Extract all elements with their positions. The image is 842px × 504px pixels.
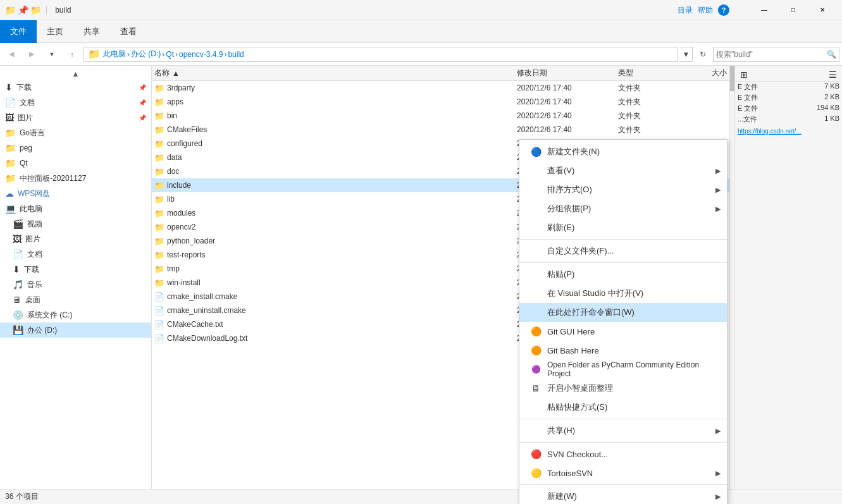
sidebar-item-control-panel[interactable]: 📁 中控面板-20201127 <box>0 171 151 186</box>
ctx-paste-shortcut[interactable]: 粘贴快捷方式(S) <box>519 398 727 417</box>
ctx-group[interactable]: 分组依据(P) ▶ <box>519 199 727 218</box>
sidebar-item-videos[interactable]: 🎬 视频 <box>0 216 151 231</box>
sidebar-item-pics[interactable]: 🖼 图片 <box>0 231 151 247</box>
ctx-customize-folder[interactable]: 自定义文件夹(F)... <box>519 242 727 261</box>
dl-icon: ⬇ <box>13 264 20 274</box>
header-date[interactable]: 修改日期 <box>517 68 618 78</box>
directory-link[interactable]: 目录 <box>678 5 693 16</box>
sidebar-item-desktop[interactable]: 🖥 桌面 <box>0 292 151 307</box>
d-drive-icon: 💾 <box>13 325 23 335</box>
ctx-view[interactable]: 查看(V) ▶ <box>519 161 727 180</box>
sidebar-scroll-up[interactable]: ▲ <box>0 68 151 80</box>
folder-icon[interactable]: 📁 <box>30 5 40 15</box>
right-panel-view-icons[interactable]: ⊞ <box>740 70 748 80</box>
header-type[interactable]: 类型 <box>618 68 681 78</box>
ctx-tortoise-svn[interactable]: 🟡 TortoiseSVN ▶ <box>519 464 727 482</box>
file-name-cmake-install: cmake_install.cmake <box>167 292 517 301</box>
ctx-new[interactable]: 新建(W) ▶ <box>519 487 727 504</box>
ctx-new-folder[interactable]: 🔵 新建文件夹(N) <box>519 142 727 161</box>
sidebar-item-d-drive[interactable]: 💾 办公 (D:) <box>0 323 151 338</box>
ctx-svn-checkout[interactable]: 🔴 SVN Checkout... <box>519 445 727 464</box>
ctx-divider <box>519 239 727 240</box>
git-gui-icon: 🟠 <box>529 325 542 338</box>
ctx-git-gui[interactable]: 🟠 Git GUI Here <box>519 322 727 341</box>
ctx-paste[interactable]: 粘贴(P) <box>519 265 727 284</box>
ctx-sort[interactable]: 排序方式(O) ▶ <box>519 180 727 199</box>
folder-icon-bin: 📁 <box>154 111 164 121</box>
file-name-tmp: tmp <box>167 264 517 273</box>
recent-button[interactable]: ▼ <box>43 46 61 63</box>
sidebar-item-golang[interactable]: 📁 Go语言 <box>0 125 151 140</box>
right-panel-file4-size: 1 KB <box>824 114 839 124</box>
sidebar-item-downloads[interactable]: ⬇ 下载 📌 <box>0 80 151 95</box>
path-build[interactable]: build <box>228 50 244 59</box>
search-icon[interactable]: 🔍 <box>827 50 836 59</box>
help-link[interactable]: 帮助 <box>698 5 713 16</box>
up-button[interactable]: ↑ <box>63 46 81 63</box>
path-qt[interactable]: Qt <box>166 50 174 59</box>
path-opencv[interactable]: opencv-3.4.9 <box>179 50 223 59</box>
quick-access-icon[interactable]: 📁 <box>5 5 15 15</box>
file-row[interactable]: 📁 3rdparty 2020/12/6 17:40 文件夹 <box>152 81 734 95</box>
header-name[interactable]: 名称 ▲ <box>154 68 517 78</box>
menu-share[interactable]: 共享 <box>73 20 110 43</box>
file-row[interactable]: 📁 bin 2020/12/6 17:40 文件夹 <box>152 109 734 123</box>
ctx-open-vs[interactable]: 在 Visual Studio 中打开(V) <box>519 284 727 303</box>
sidebar-item-wps[interactable]: ☁ WPS网盘 <box>0 186 151 201</box>
sidebar-item-this-pc[interactable]: 💻 此电脑 <box>0 201 151 216</box>
file-name-cmake-uninstall: cmake_uninstall.cmake <box>167 306 517 315</box>
sidebar-label-wps: WPS网盘 <box>18 188 50 199</box>
menu-home[interactable]: 主页 <box>37 20 73 43</box>
sidebar-item-music[interactable]: 🎵 音乐 <box>0 277 151 292</box>
sidebar-label-c-drive: 系统文件 (C:) <box>27 310 72 321</box>
help-button[interactable]: ? <box>718 4 729 16</box>
sidebar-label-documents: 文档 <box>20 97 35 108</box>
sidebar-label-pics: 图片 <box>25 234 40 245</box>
sidebar-item-peg[interactable]: 📁 peg <box>0 140 151 156</box>
close-button[interactable]: ✕ <box>808 0 837 20</box>
ctx-refresh[interactable]: 刷新(E) <box>519 218 727 237</box>
menu-file[interactable]: 文件 <box>0 20 37 43</box>
back-button[interactable]: ◀ <box>3 46 20 63</box>
title-bar: 📁 📌 📁 | build 目录 帮助 ? — □ ✕ <box>0 0 842 20</box>
file-row[interactable]: 📁 apps 2020/12/6 17:40 文件夹 <box>152 95 734 109</box>
header-name-label: 名称 <box>154 68 170 78</box>
svn-checkout-icon: 🔴 <box>529 448 542 460</box>
xiaozhi-icon: 🖥 <box>529 382 542 395</box>
minimize-button[interactable]: — <box>750 0 779 20</box>
address-dropdown[interactable]: ▼ <box>680 47 693 62</box>
ctx-xiaozhi[interactable]: 🖥 开启小智桌面整理 <box>519 379 727 398</box>
sidebar-item-docs[interactable]: 📄 文档 <box>0 247 151 262</box>
path-this-pc[interactable]: 此电脑 <box>103 49 126 59</box>
sidebar-item-documents[interactable]: 📄 文档 📌 <box>0 95 151 110</box>
sort-arrow: ▲ <box>172 69 180 78</box>
file-row[interactable]: 📁 CMakeFiles 2020/12/6 17:40 文件夹 <box>152 123 734 137</box>
this-pc-icon: 💻 <box>5 204 16 214</box>
address-path[interactable]: 📁 此电脑 › 办公 (D:) › Qt › opencv-3.4.9 › bu… <box>84 47 678 62</box>
file-name-cmakecache: CMakeCache.txt <box>167 320 517 329</box>
sidebar-item-c-drive[interactable]: 💿 系统文件 (C:) <box>0 307 151 323</box>
sidebar-label-desktop: 桌面 <box>25 295 40 305</box>
ctx-open-cmd[interactable]: 在此处打开命令窗口(W) <box>519 303 727 322</box>
folder-icon-test: 📁 <box>154 250 164 260</box>
menu-view[interactable]: 查看 <box>110 20 147 43</box>
right-panel-list-icon[interactable]: ☰ <box>829 70 837 80</box>
forward-button[interactable]: ▶ <box>23 46 40 63</box>
panel-link[interactable]: https://blog.csdn.net/... <box>738 128 802 135</box>
search-input[interactable] <box>716 50 827 59</box>
sidebar-item-dl[interactable]: ⬇ 下载 <box>0 262 151 277</box>
sidebar-item-qt[interactable]: 📁 Qt <box>0 156 151 171</box>
peg-folder-icon: 📁 <box>5 143 16 153</box>
sidebar-item-pictures[interactable]: 🖼 图片 📌 <box>0 110 151 125</box>
ctx-pycharm[interactable]: 🟣 Open Folder as PyCharm Community Editi… <box>519 360 727 379</box>
maximize-button[interactable]: □ <box>779 0 808 20</box>
refresh-button[interactable]: ↻ <box>695 47 710 62</box>
ctx-share[interactable]: 共享(H) ▶ <box>519 421 727 440</box>
item-count: 36 个项目 <box>5 491 39 502</box>
path-d-drive[interactable]: 办公 (D:) <box>131 49 161 59</box>
ctx-git-bash[interactable]: 🟠 Git Bash Here <box>519 341 727 360</box>
search-box[interactable]: 🔍 <box>713 47 839 62</box>
header-size[interactable]: 大小 <box>681 68 732 78</box>
context-menu: 🔵 新建文件夹(N) 查看(V) ▶ 排序方式(O) ▶ 分组依据(P) ▶ 刷… <box>519 139 727 504</box>
pin-icon[interactable]: 📌 <box>18 5 28 15</box>
